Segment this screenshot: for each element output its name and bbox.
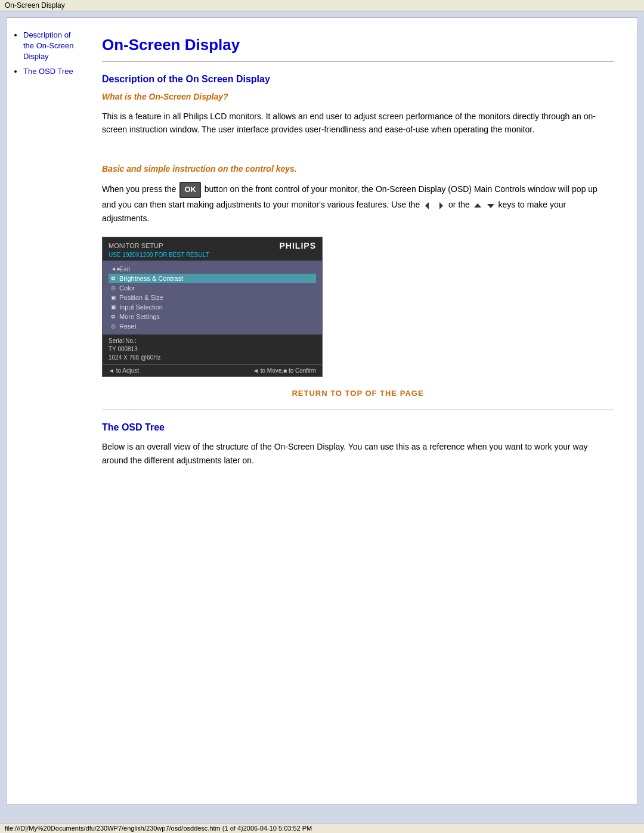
serial-label: Serial No.: xyxy=(109,337,316,345)
sidebar-item-1: Description of the On-Screen Display xyxy=(23,30,78,63)
section-description: Description of the On Screen Display Wha… xyxy=(102,74,614,410)
arrow-up-icon xyxy=(473,199,482,212)
body2-end: or the xyxy=(448,200,472,209)
section-divider xyxy=(102,410,614,410)
sidebar: Description of the On-Screen Display The… xyxy=(7,18,84,804)
menu-item-brightness: ✿ Brightness & Contrast xyxy=(109,274,316,283)
footer-left: ◄ to Adjust xyxy=(109,367,139,374)
section1-subheading2: Basic and simple instruction on the cont… xyxy=(102,164,614,174)
section1-subheading: What is the On-Screen Display? xyxy=(102,92,614,101)
menu-item-reset-label: Reset xyxy=(119,323,137,330)
sidebar-link-osd-tree[interactable]: The OSD Tree xyxy=(23,67,73,76)
position-icon: ▣ xyxy=(111,295,117,301)
arrow-left-icon xyxy=(423,199,432,212)
menu-item-input: ▣ Input Selection xyxy=(109,302,316,312)
menu-item-input-label: Input Selection xyxy=(119,304,163,311)
resolution: 1024 X 768 @60Hz xyxy=(109,354,316,362)
more-icon: ✿ xyxy=(111,314,117,320)
arrow-down-icon xyxy=(486,199,496,212)
return-to-top-link[interactable]: RETURN TO TOP OF THE PAGE xyxy=(102,389,614,398)
menu-item-position: ▣ Position & Size xyxy=(109,293,316,302)
browser-titlebar: On-Screen Display xyxy=(0,0,644,11)
monitor-header: MONITOR SETUP PHILIPS xyxy=(103,237,322,252)
menu-item-reset: ◎ Reset xyxy=(109,321,316,331)
ok-button-icon: OK xyxy=(179,182,201,198)
menu-item-exit-label: Exit xyxy=(119,265,130,272)
section2-body: Below is an overall view of the structur… xyxy=(102,440,614,467)
menu-item-more-label: More Settings xyxy=(119,313,160,320)
menu-item-brightness-label: Brightness & Contrast xyxy=(119,275,183,282)
titlebar-text: On-Screen Display xyxy=(5,1,65,10)
section-osd-tree: The OSD Tree Below is an overall view of… xyxy=(102,422,614,467)
color-icon: ◎ xyxy=(111,285,117,291)
footer-right: ◄ to Move,■ to Confirm xyxy=(253,367,316,374)
menu-item-exit: ◄► Exit xyxy=(109,264,316,274)
brightness-icon: ✿ xyxy=(111,275,117,281)
sidebar-item-2: The OSD Tree xyxy=(23,66,78,77)
reset-icon: ◎ xyxy=(111,323,117,329)
top-divider xyxy=(102,61,614,62)
monitor-menu: ◄► Exit ✿ Brightness & Contrast ◎ Color xyxy=(103,261,322,335)
section1-heading: Description of the On Screen Display xyxy=(102,74,614,85)
section1-body1: This is a feature in all Philips LCD mon… xyxy=(102,110,614,137)
browser-statusbar: file:///D|/My%20Documents/dfu/230WP7/eng… xyxy=(0,823,644,828)
arrow-right-icon xyxy=(436,199,445,212)
monitor-screenshot: MONITOR SETUP PHILIPS USE 1920X1200 FOR … xyxy=(102,237,323,377)
menu-item-color-label: Color xyxy=(119,284,135,292)
menu-item-more: ✿ More Settings xyxy=(109,312,316,321)
philips-logo: PHILIPS xyxy=(280,241,316,250)
svg-marker-3 xyxy=(487,204,494,208)
body2-prefix: When you press the xyxy=(102,184,178,194)
monitor-footer-info: Serial No.: TY 000813 1024 X 768 @60Hz xyxy=(103,335,322,364)
main-container: Description of the On-Screen Display The… xyxy=(6,17,638,804)
section2-heading: The OSD Tree xyxy=(102,422,614,433)
input-icon: ▣ xyxy=(111,304,117,310)
monitor-subtitle: USE 1920X1200 FOR BEST RESULT xyxy=(103,252,322,261)
monitor-setup-label: MONITOR SETUP xyxy=(109,242,163,249)
main-content: On-Screen Display Description of the On … xyxy=(84,18,637,804)
spacer1 xyxy=(102,146,614,164)
svg-marker-2 xyxy=(474,203,481,208)
page-title: On-Screen Display xyxy=(102,36,614,54)
serial-value: TY 000813 xyxy=(109,345,316,354)
section1-body2: When you press the OK button on the fron… xyxy=(102,182,614,225)
menu-item-position-label: Position & Size xyxy=(119,294,163,301)
menu-item-color: ◎ Color xyxy=(109,283,316,293)
monitor-footer-bar: ◄ to Adjust ◄ to Move,■ to Confirm xyxy=(103,364,322,376)
exit-icon: ◄► xyxy=(111,266,117,272)
svg-marker-0 xyxy=(425,202,429,209)
sidebar-nav: Description of the On-Screen Display The… xyxy=(15,30,78,77)
sidebar-link-description[interactable]: Description of the On-Screen Display xyxy=(23,30,74,61)
svg-marker-1 xyxy=(439,202,443,209)
page-wrapper: Description of the On-Screen Display The… xyxy=(0,11,644,828)
statusbar-text: file:///D|/My%20Documents/dfu/230WP7/eng… xyxy=(5,825,312,828)
